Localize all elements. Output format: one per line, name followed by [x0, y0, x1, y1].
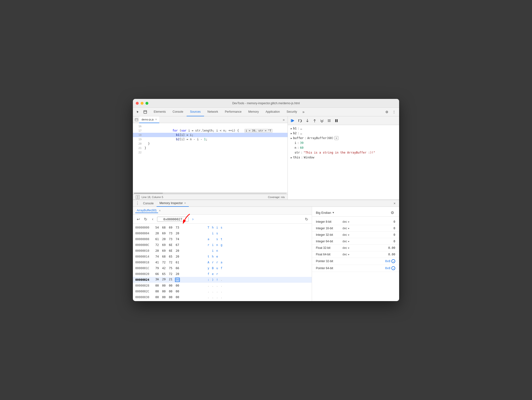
type-format-int32[interactable]: dec ▾: [342, 233, 359, 237]
var-row-b1[interactable]: ▶ b1 : …: [288, 126, 399, 131]
var-sep-this: :: [301, 156, 303, 159]
file-tab-demo-js[interactable]: demo-js.js ×: [139, 116, 159, 123]
memory-address-input[interactable]: [157, 217, 189, 222]
bottom-panel-menu[interactable]: ⋮: [135, 201, 140, 206]
format-arrow-int16: ▾: [348, 227, 349, 230]
mem-bytes-00000010: 20 69 6E 20: [155, 249, 203, 252]
memory-next-button[interactable]: ›: [190, 216, 196, 222]
step-button[interactable]: [319, 118, 325, 124]
tab-network[interactable]: Network: [204, 108, 221, 116]
memory-back-button[interactable]: ↩: [135, 216, 141, 222]
resume-button[interactable]: [290, 118, 296, 124]
code-line-22: 22: [133, 150, 288, 155]
tab-memory[interactable]: Memory: [245, 108, 262, 116]
tab-sources[interactable]: Sources: [187, 108, 204, 116]
step-out-button[interactable]: [312, 118, 318, 124]
scroll-thumb[interactable]: [134, 193, 163, 194]
line-content-21[interactable]: }: [144, 146, 146, 150]
ptr-navigate-32[interactable]: →: [391, 259, 395, 263]
svg-rect-0: [144, 111, 147, 113]
top-toolbar: Elements Console Sources Network Perform…: [133, 108, 399, 116]
file-tab-close-button[interactable]: ×: [155, 118, 157, 121]
endian-select[interactable]: Big Endian ▾: [316, 211, 334, 215]
type-value-float64: 0.00: [388, 253, 395, 256]
code-scrollbar[interactable]: [133, 192, 288, 194]
ptr-value-64[interactable]: 0x0 →: [385, 266, 395, 270]
type-format-float64[interactable]: dec ▾: [342, 253, 359, 256]
close-button[interactable]: [136, 102, 139, 105]
expand-arrow-this[interactable]: ▶: [291, 156, 292, 159]
memory-inspector-tab-close[interactable]: ×: [184, 201, 186, 205]
format-label-int32: dec: [342, 233, 347, 237]
type-format-int64[interactable]: dec ▾: [342, 240, 359, 243]
mem-chars-0000001C: y B u f: [207, 267, 223, 270]
expand-arrow-b2[interactable]: ▶: [291, 132, 292, 135]
step-into-button[interactable]: [304, 118, 311, 124]
format-label-float32: dec: [342, 246, 347, 250]
var-row-str[interactable]: str : "This is a string in the ArrayBuff…: [288, 150, 399, 155]
tab-console-bottom[interactable]: Console: [140, 200, 157, 207]
line-content-19[interactable]: b2[i] = n - i - 1;: [144, 134, 207, 144]
var-row-b2[interactable]: ▶ b2 : …: [288, 131, 399, 136]
devtools-window: DevTools - memory-inspector.glitch.me/de…: [133, 99, 399, 301]
endian-dropdown-icon: ▾: [333, 211, 334, 214]
tab-performance[interactable]: Performance: [221, 108, 245, 116]
cursor-icon[interactable]: [135, 109, 141, 115]
coverage-status: Coverage: n/a: [268, 196, 285, 199]
debug-tooltip: i = 39, str = "T: [244, 129, 273, 133]
type-format-float32[interactable]: dec ▾: [342, 246, 359, 250]
tab-application[interactable]: Application: [262, 108, 283, 116]
ptr-value-32[interactable]: 0x0 →: [385, 259, 395, 263]
mem-row-00000018: 00000018 41 72 72 61 A r r: [133, 259, 312, 265]
svg-rect-2: [135, 119, 138, 121]
tab-memory-inspector[interactable]: Memory Inspector ×: [157, 200, 189, 207]
fullscreen-button[interactable]: [145, 102, 148, 105]
mem-row-0000001C: 0000001C 79 42 75 66 y B u: [133, 265, 312, 271]
memory-inspect-icon[interactable]: ⊞: [334, 136, 338, 140]
type-settings-button[interactable]: ⚙: [389, 210, 395, 215]
more-options-icon[interactable]: ⋮: [391, 109, 397, 115]
var-name-b1: b1: [293, 127, 296, 130]
expand-arrow-b1[interactable]: ▶: [291, 127, 292, 130]
expand-arrow-buffer[interactable]: ▶: [291, 137, 292, 140]
mem-bytes-00000004: 20 69 73 20: [155, 232, 203, 235]
settings-icon[interactable]: ⚙: [384, 109, 390, 115]
dock-icon[interactable]: [142, 109, 148, 115]
ptr-navigate-64[interactable]: →: [391, 266, 395, 270]
var-sep-b1: :: [297, 127, 299, 130]
svg-rect-13: [335, 119, 336, 122]
file-tab-overflow[interactable]: »: [281, 118, 287, 122]
sources-tree-icon[interactable]: [134, 117, 139, 122]
var-name-buffer: buffer: [293, 136, 304, 140]
memory-inspector-content: ArrayBuffer(60) × ↩ ↻ ‹: [133, 207, 399, 301]
minimize-button[interactable]: [141, 102, 144, 105]
memory-refresh-button[interactable]: ↻: [304, 216, 309, 222]
breakpoints-icon[interactable]: [326, 118, 332, 124]
tab-overflow[interactable]: »: [300, 110, 306, 114]
format-icon[interactable]: {}: [136, 195, 140, 199]
tab-elements[interactable]: Elements: [150, 108, 169, 116]
line-content-20[interactable]: }: [144, 142, 150, 145]
type-format-int16[interactable]: dec ▾: [342, 227, 359, 230]
type-value-int8: 0: [394, 220, 395, 223]
tab-security[interactable]: Security: [283, 108, 300, 116]
tab-console[interactable]: Console: [169, 108, 187, 116]
pointer-row-64: Pointer 64-bit 0x0 →: [312, 265, 399, 272]
var-row-i[interactable]: i : 39: [288, 141, 399, 145]
mem-addr-00000028: 00000028: [135, 284, 155, 287]
memory-forward-button[interactable]: ↻: [143, 216, 148, 222]
var-row-this[interactable]: ▶ this : Window: [288, 155, 399, 160]
var-row-buffer[interactable]: ▶ buffer : ArrayBuffer(60) ⊞: [288, 136, 399, 141]
mem-chars-00000018: A r r a: [207, 261, 223, 264]
type-format-int8[interactable]: dec ▾: [342, 220, 359, 223]
mem-bytes-00000000: 54 68 69 73: [155, 226, 203, 229]
pause-button[interactable]: [333, 118, 340, 124]
var-val-n: 60: [300, 146, 303, 149]
step-over-button[interactable]: [297, 118, 303, 124]
mem-chars-0000002C: . . . .: [207, 290, 223, 293]
bottom-panel-close-button[interactable]: ×: [392, 201, 397, 206]
var-row-n[interactable]: n : 60: [288, 145, 399, 150]
array-buffer-tab[interactable]: ArrayBuffer(60): [135, 208, 158, 213]
memory-prev-button[interactable]: ‹: [150, 216, 156, 222]
array-buffer-tab-close[interactable]: ×: [159, 209, 161, 212]
